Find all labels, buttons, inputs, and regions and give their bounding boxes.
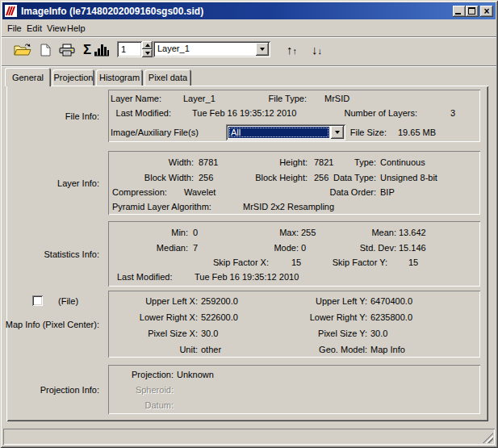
block-height-value: 256 <box>314 173 329 182</box>
statistics-info-group: Min: 0 Max: 255 Mean: 13.642 Median: 7 M… <box>108 221 480 287</box>
print-button[interactable] <box>56 40 77 60</box>
width-label: Width: <box>169 157 194 167</box>
close-icon: × <box>480 6 493 17</box>
compression-value: Wavelet <box>184 187 216 197</box>
maximize-button[interactable] <box>466 6 479 17</box>
aux-files-selected-value: All <box>228 127 329 138</box>
level-down-icon: ↓ <box>312 43 318 57</box>
minimize-button[interactable] <box>453 6 466 17</box>
height-value: 7821 <box>314 157 333 167</box>
projection-info-group: Projection: Unknown Spheroid: Datum: <box>108 365 480 414</box>
number-of-layers-value: 3 <box>450 108 455 118</box>
layer-selector-dropdown-button[interactable] <box>256 43 269 56</box>
pixel-size-x-value: 30.0 <box>201 329 218 338</box>
median-value: 7 <box>193 243 198 253</box>
stats-last-modified-label: Last Modified: <box>117 272 172 282</box>
titlebar[interactable]: ImageInfo (le71480202009160sgs00.sid) × <box>2 2 496 19</box>
tab-general[interactable]: General <box>5 68 51 86</box>
unit-value: other <box>201 345 221 354</box>
skip-factor-y-label: Skip Factor Y: <box>333 257 387 267</box>
number-of-layers-label: Number of Layers: <box>345 108 417 118</box>
imageinfo-window: ImageInfo (le71480202009160sgs00.sid) × … <box>0 0 498 448</box>
max-value: 255 <box>301 228 316 237</box>
pixel-size-x-label: Pixel Size X: <box>148 329 198 338</box>
file-checkbox[interactable] <box>32 295 43 306</box>
level-down-button[interactable]: ↓↓ <box>312 41 322 57</box>
open-file-icon <box>14 43 31 57</box>
file-type-label: File Type: <box>269 94 308 103</box>
menu-file[interactable]: File <box>7 23 22 33</box>
app-logo-icon <box>5 5 17 17</box>
skip-factor-y-value: 15 <box>408 257 418 267</box>
aux-files-combobox[interactable]: All <box>226 124 345 140</box>
menu-help[interactable]: Help <box>67 23 86 33</box>
mean-value: 13.642 <box>399 228 426 237</box>
tab-pixel-data-label: Pixel data <box>149 73 187 82</box>
window-controls: × <box>453 6 493 17</box>
pixel-size-y-value: 30.0 <box>370 329 387 338</box>
mode-value: 0 <box>301 243 306 253</box>
lower-right-x-value: 522600.0 <box>201 312 238 322</box>
level-up-button[interactable]: ↑↑ <box>287 41 297 57</box>
file-size-value: 19.65 MB <box>398 128 436 137</box>
map-info-group: Upper Left X: 259200.0 Upper Left Y: 647… <box>108 291 480 358</box>
status-bar <box>3 429 495 445</box>
std-dev-label: Std. Dev: <box>360 243 396 253</box>
tab-projection[interactable]: Projection <box>52 69 94 86</box>
layer-selector-combobox[interactable]: Layer_1 <box>153 41 270 57</box>
file-last-modified-label: Last Modified: <box>116 108 171 118</box>
file-last-modified-value: Tue Feb 16 19:35:12 2010 <box>192 108 296 118</box>
file-info-section-label: File Info: <box>4 111 99 121</box>
file-size-label: File Size: <box>350 128 387 137</box>
close-button[interactable]: × <box>480 6 493 17</box>
resize-grip[interactable] <box>483 433 493 443</box>
lower-right-y-label: Lower Right Y: <box>310 312 367 322</box>
spinner-up-button[interactable] <box>142 41 153 49</box>
type-value: Continuous <box>380 157 425 167</box>
page-spinner-input[interactable] <box>117 41 142 57</box>
stats-last-modified-value: Tue Feb 16 19:35:12 2010 <box>195 272 299 282</box>
file-info-group: Layer Name: Layer_1 File Type: MrSID Las… <box>108 90 480 142</box>
minimize-icon <box>455 13 461 15</box>
median-label: Median: <box>157 243 188 253</box>
geo-model-label: Geo. Model: <box>319 345 367 354</box>
block-width-value: 256 <box>199 173 213 182</box>
skip-factor-x-value: 15 <box>291 257 301 267</box>
max-label: Max: <box>279 228 299 237</box>
open-file-button[interactable] <box>12 40 33 60</box>
aux-files-label: Image/Auxiliary File(s) <box>111 128 199 137</box>
menu-view[interactable]: View <box>47 23 66 33</box>
tab-histogram-label: Histogram <box>99 73 140 82</box>
width-value: 8781 <box>199 157 218 167</box>
menu-edit[interactable]: Edit <box>27 23 42 33</box>
min-label: Min: <box>171 228 188 237</box>
tab-projection-label: Projection <box>54 73 94 82</box>
level-up-icon: ↑ <box>287 43 293 57</box>
tab-histogram[interactable]: Histogram <box>96 69 143 86</box>
geo-model-value: Map Info <box>370 345 405 354</box>
data-order-value: BIP <box>380 187 395 197</box>
projection-label: Projection: <box>132 370 174 379</box>
mode-label: Mode: <box>274 243 299 253</box>
new-document-button[interactable] <box>35 40 56 60</box>
upper-left-y-value: 6470400.0 <box>370 296 412 306</box>
upper-left-y-label: Upper Left Y: <box>316 296 367 306</box>
tab-pixel-data[interactable]: Pixel data <box>144 69 191 86</box>
projection-value: Unknown <box>177 370 214 379</box>
histogram-button[interactable] <box>91 40 112 60</box>
spinner-down-icon <box>145 52 150 55</box>
aux-files-dropdown-button[interactable] <box>331 126 344 139</box>
spinner-down-button[interactable] <box>142 49 153 57</box>
projection-info-section-label: Projection Info: <box>4 385 99 395</box>
layer-info-group: Width: 8781 Height: 7821 Type: Continuou… <box>108 151 480 215</box>
map-info-section-label: Map Info (Pixel Center): <box>4 320 99 329</box>
unit-label: Unit: <box>179 345 198 354</box>
page-spinner-buttons <box>142 41 153 57</box>
file-checkbox-label[interactable]: (File) <box>58 296 78 306</box>
file-type-value: MrSID <box>324 94 349 103</box>
histogram-icon <box>94 43 110 57</box>
new-document-icon <box>40 44 51 57</box>
window-title: ImageInfo (le71480202009160sgs00.sid) <box>21 6 203 17</box>
lower-right-x-label: Lower Right X: <box>140 312 198 322</box>
toolbar-divider <box>2 65 496 67</box>
